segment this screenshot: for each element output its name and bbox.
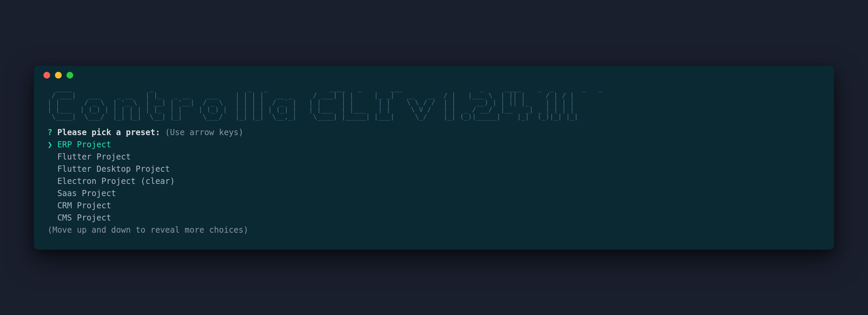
preset-option[interactable]: CMS Project [47,213,111,223]
option-label: CMS Project [57,213,111,223]
preset-option[interactable]: Electron Project (clear) [47,176,175,186]
terminal-body[interactable]: ____ _ _ _ ____ _ ___ _ ____ _ _ _ _ / _… [34,85,834,250]
cli-prompt[interactable]: ? Please pick a preset: (Use arrow keys)… [47,126,821,236]
preset-option[interactable]: CRM Project [47,201,111,210]
ascii-banner: ____ _ _ _ ____ _ ___ _ ____ _ _ _ _ / _… [47,85,821,120]
preset-option[interactable]: Saas Project [47,189,116,198]
window-maximize-button[interactable] [66,72,73,79]
option-label: Flutter Project [57,152,131,162]
terminal-window: ____ _ _ _ ____ _ ___ _ ____ _ _ _ _ / _… [34,66,834,250]
prompt-text: Please pick a preset: [57,128,160,137]
window-minimize-button[interactable] [55,72,62,79]
more-choices-hint: (Move up and down to reveal more choices… [47,225,248,235]
pointer-icon: ❯ [47,140,52,149]
prompt-hint: (Use arrow keys) [165,128,243,137]
question-mark-icon: ? [47,128,52,137]
window-titlebar [34,66,834,85]
preset-option[interactable]: Flutter Desktop Project [47,164,170,174]
option-label: Saas Project [57,189,116,198]
option-label: ERP Project [57,140,111,149]
preset-option-selected[interactable]: ❯ ERP Project [47,140,111,149]
option-label: Electron Project (clear) [57,176,175,186]
window-close-button[interactable] [43,72,50,79]
preset-option[interactable]: Flutter Project [47,152,131,162]
option-label: CRM Project [57,201,111,210]
option-label: Flutter Desktop Project [57,164,170,174]
